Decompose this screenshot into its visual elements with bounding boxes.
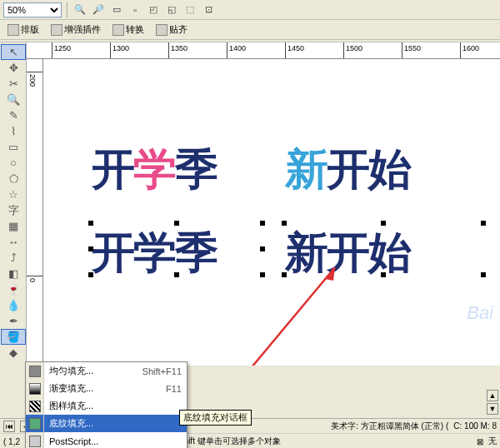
no-fill-label: 无 [488, 436, 497, 447]
ellipse-tool[interactable]: ○ [1, 155, 26, 171]
crop-tool[interactable]: ✂ [1, 76, 26, 92]
toolbox: ↖ ✥ ✂ 🔍 ✎ ⌇ ▭ ○ ⬠ ☆ 字 ▦ ↔ ⤴ ◧ 🍷 💧 ✒ 🪣 ◆ [0, 42, 27, 366]
dropper-tool[interactable]: 💧 [1, 297, 26, 313]
text-line2-left[interactable]: 开学季 [92, 224, 217, 282]
fill-tool[interactable]: 🪣 [1, 329, 26, 345]
smart-tool[interactable]: ⌇ [1, 123, 26, 139]
zoom-fit-icon[interactable]: ▭ [109, 2, 124, 17]
workspace: ↖ ✥ ✂ 🔍 ✎ ⌇ ▭ ○ ⬠ ☆ 字 ▦ ↔ ⤴ ◧ 🍷 💧 ✒ 🪣 ◆ … [0, 42, 500, 366]
snap-button[interactable]: 贴齐 [152, 22, 192, 38]
text-line1-left: 开学季 [92, 141, 217, 199]
zoom-h-icon[interactable]: ⊡ [201, 2, 216, 17]
menu-pattern-fill[interactable]: 图样填充... [26, 397, 187, 415]
canvas-area: 1250 1300 1350 1400 1450 1500 1550 1600 … [27, 42, 500, 366]
scroll-controls: ▲ ▼ [487, 390, 498, 415]
scroll-down-icon[interactable]: ▼ [487, 403, 498, 415]
tooltip: 底纹填充对话框 [179, 410, 252, 426]
convert-button[interactable]: 转换 [108, 22, 148, 38]
vertical-ruler: 200 0 [27, 59, 43, 366]
outline-tool[interactable]: ✒ [1, 313, 26, 329]
dimension-tool[interactable]: ↔ [1, 234, 26, 250]
transparency-tool[interactable]: 🍷 [1, 281, 26, 297]
table-tool[interactable]: ▦ [1, 218, 26, 234]
page-first-icon[interactable]: ⏮ [3, 421, 15, 432]
text-line1-right: 新开始 [285, 141, 410, 199]
zoom-all-icon[interactable]: ◱ [164, 2, 179, 17]
zoom-toolbar: 50% 🔍 🔎 ▭ ▫ ◰ ◱ ⬚ ⊡ [0, 0, 500, 20]
watermark: Bai [467, 302, 493, 324]
horizontal-ruler: 1250 1300 1350 1400 1450 1500 1550 1600 [27, 42, 500, 59]
text-line2-right[interactable]: 新开始 [285, 224, 410, 282]
canvas[interactable]: 开学季 新开始 开学季 新开始 Bai [43, 59, 500, 366]
menu-uniform-fill[interactable]: 均匀填充...Shift+F11 [26, 362, 187, 380]
shape-tool[interactable]: ✥ [1, 60, 26, 76]
freehand-tool[interactable]: ✎ [1, 107, 26, 123]
pick-tool[interactable]: ↖ [1, 44, 26, 60]
menu-texture-fill[interactable]: 底纹填充... [26, 415, 187, 432]
object-info: 美术字: 方正粗谭黑简体 (正常) ( [331, 421, 448, 432]
interactive-fill[interactable]: ◆ [1, 345, 26, 361]
plugin-toolbar: 排版 增强插件 转换 贴齐 [0, 20, 500, 40]
rect-tool[interactable]: ▭ [1, 139, 26, 155]
zoom-tool[interactable]: 🔍 [1, 92, 26, 107]
no-fill-icon: ⊠ [477, 437, 483, 446]
plugin-button[interactable]: 增强插件 [47, 22, 105, 38]
zoom-out-icon[interactable]: 🔎 [91, 2, 106, 17]
text-tool[interactable]: 字 [1, 202, 26, 218]
zoom-select[interactable]: 50% [3, 2, 62, 17]
blend-tool[interactable]: ◧ [1, 266, 26, 281]
fill-flyout-menu: 均匀填充...Shift+F11 渐变填充...F11 图样填充... 底纹填充… [25, 361, 188, 448]
cmyk-info: C: 100 M: 8 [453, 421, 497, 431]
zoom-sel-icon[interactable]: ◰ [146, 2, 161, 17]
layout-button[interactable]: 排版 [3, 22, 43, 38]
zoom-w-icon[interactable]: ⬚ [182, 2, 198, 17]
zoom-in-icon[interactable]: 🔍 [72, 2, 88, 17]
menu-gradient-fill[interactable]: 渐变填充...F11 [26, 380, 187, 397]
shapes-tool[interactable]: ☆ [1, 187, 26, 202]
polygon-tool[interactable]: ⬠ [1, 171, 26, 187]
connector-tool[interactable]: ⤴ [1, 250, 26, 266]
scroll-up-icon[interactable]: ▲ [487, 390, 498, 401]
zoom-page-icon[interactable]: ▫ [128, 2, 142, 17]
cursor-pos: ( 1,2 [3, 437, 20, 446]
menu-postscript-fill[interactable]: PostScript... [26, 432, 187, 448]
